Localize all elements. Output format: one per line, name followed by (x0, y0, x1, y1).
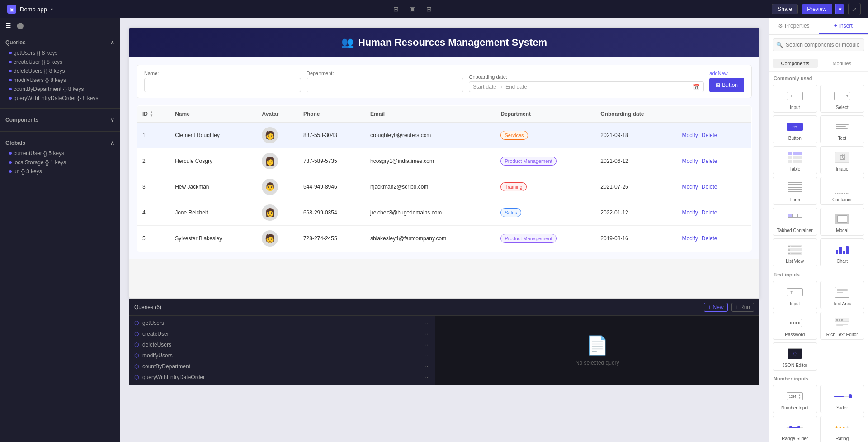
sidebar-item-querywithentry[interactable]: queryWithEntryDateOrder {} 8 keys (5, 94, 114, 103)
cell-id: 2 (137, 148, 170, 174)
sidebar-menu-icon[interactable]: ☰ (5, 22, 11, 29)
filter-date-range[interactable]: Start date → End date 📅 (469, 81, 704, 92)
component-rating[interactable]: ★ ★ ★ ★ Rating (820, 416, 865, 442)
layout-btn-3[interactable]: ⊟ (425, 4, 434, 14)
divider2 (0, 131, 120, 132)
component-container[interactable]: Container (820, 177, 865, 205)
dept-badge: Product Management (500, 234, 556, 243)
modify-link[interactable]: Modify (682, 235, 698, 242)
new-query-button[interactable]: + New (704, 303, 727, 312)
component-table[interactable]: Table (773, 146, 817, 174)
insert-label: Insert (839, 23, 853, 29)
query-more-icon[interactable]: ··· (425, 320, 429, 326)
query-item-getusers[interactable]: ⬡getUsers ··· (129, 318, 435, 328)
filter-name-input[interactable] (144, 78, 301, 92)
query-more-icon[interactable]: ··· (425, 363, 429, 370)
preview-dropdown-button[interactable]: ▾ (835, 4, 844, 14)
component-text[interactable]: Text (820, 115, 865, 143)
globals-header[interactable]: Globals ∧ (5, 137, 114, 149)
layout-btn-1[interactable]: ⊞ (392, 4, 401, 14)
query-more-icon[interactable]: ··· (425, 374, 429, 380)
table-row[interactable]: 5 Sylvester Blakesley 🧑 728-274-2455 sbl… (137, 226, 752, 252)
query-item-countbydept[interactable]: ⬡countByDepartment ··· (129, 361, 435, 372)
cell-date: 2019-08-16 (595, 226, 676, 252)
table-row[interactable]: 1 Clement Roughley 🧑 887-558-3043 crough… (137, 123, 752, 148)
sidebar-item-currentuser[interactable]: currentUser {} 5 keys (5, 149, 114, 158)
component-text-input[interactable]: T Input (773, 281, 817, 309)
modify-link[interactable]: Modify (682, 209, 698, 216)
sidebar-item-deleteusers[interactable]: deleteUsers {} 8 keys (5, 67, 114, 76)
filter-department-select[interactable] (307, 78, 463, 92)
col-name: Name (170, 106, 256, 123)
query-more-icon[interactable]: ··· (425, 331, 429, 337)
queries-header[interactable]: Queries ∧ (5, 37, 114, 48)
component-slider[interactable]: Slider (820, 385, 865, 413)
text-input-label: Input (776, 301, 814, 307)
layout-btn-2[interactable]: ▣ (408, 4, 417, 14)
sidebar-item-modifyusers[interactable]: modifyUsers {} 8 keys (5, 76, 114, 85)
component-list-view[interactable]: List View (773, 238, 817, 266)
component-modal[interactable]: Modal (820, 208, 865, 236)
component-number-input[interactable]: 1234 ▲▼ Number Input (773, 385, 817, 413)
search-input[interactable] (773, 38, 864, 51)
table-row[interactable]: 4 Jone Reichelt 👩 668-299-0354 jreichelt… (137, 200, 752, 226)
component-json-editor[interactable]: {} JSON Editor (773, 342, 817, 371)
query-more-icon[interactable]: ··· (425, 342, 429, 348)
component-chart[interactable]: Chart (820, 238, 865, 266)
delete-link[interactable]: Delete (702, 184, 717, 190)
avatar: 👩 (262, 153, 278, 169)
tab-components[interactable]: Components (773, 59, 818, 68)
delete-link[interactable]: Delete (702, 209, 717, 216)
text-inputs-title: Text inputs (773, 272, 864, 277)
query-item-deleteusers[interactable]: ⬡deleteUsers ··· (129, 339, 435, 350)
component-rich-text[interactable]: Rich Text Editor (820, 312, 865, 340)
cell-dept: Services (495, 123, 595, 148)
sidebar-item-url[interactable]: url {} 3 keys (5, 167, 114, 176)
component-password[interactable]: Password (773, 312, 817, 340)
component-select[interactable]: ▾ Select (820, 85, 865, 113)
sidebar-item-localstorage[interactable]: localStorage {} 1 keys (5, 158, 114, 167)
add-button[interactable]: ⊞ Button (709, 78, 744, 92)
component-input[interactable]: T Input (773, 85, 817, 113)
sidebar-dot-icon[interactable]: ⬤ (17, 22, 24, 29)
delete-link[interactable]: Delete (702, 235, 717, 242)
properties-icon: ⚙ (778, 23, 783, 29)
query-more-icon[interactable]: ··· (425, 352, 429, 359)
tab-properties[interactable]: ⚙ Properties (769, 18, 819, 34)
share-button[interactable]: Share (772, 4, 798, 14)
modify-link[interactable]: Modify (682, 132, 698, 138)
queries-title: Queries (5, 39, 26, 46)
table-row[interactable]: 3 Hew Jackman 👨 544-949-8946 hjackman2@s… (137, 174, 752, 200)
range-slider-icon (776, 420, 814, 434)
modify-link[interactable]: Modify (682, 158, 698, 164)
query-item-modifyusers[interactable]: ⬡modifyUsers ··· (129, 350, 435, 361)
query-item-querywithentry[interactable]: ⬡queryWithEntryDateOrder ··· (129, 372, 435, 383)
component-range-slider[interactable]: Range Slider (773, 416, 817, 442)
tab-insert[interactable]: + Insert (819, 18, 868, 34)
preview-button[interactable]: Preview (802, 4, 832, 14)
component-textarea[interactable]: Text Area (820, 281, 865, 309)
sidebar-item-getusers[interactable]: getUsers {} 8 keys (5, 48, 114, 57)
cell-dept: Product Management (495, 226, 595, 252)
component-form[interactable]: Form (773, 177, 817, 205)
components-header[interactable]: Components ∨ (5, 114, 114, 126)
sidebar-item-countbydepartment[interactable]: countByDepartment {} 8 keys (5, 85, 114, 94)
modify-link[interactable]: Modify (682, 184, 698, 190)
delete-link[interactable]: Delete (702, 132, 717, 138)
delete-link[interactable]: Delete (702, 158, 717, 164)
app-dropdown-icon[interactable]: ▾ (51, 7, 53, 12)
app-body: Name: Department: Onboarding date: Start… (129, 57, 759, 259)
input-icon: T (776, 89, 814, 103)
global-name: currentUser {} 5 keys (14, 150, 64, 157)
main-layout: ☰ ⬤ Queries ∧ getUsers {} 8 keys createU… (0, 18, 868, 442)
query-item-createuser[interactable]: ⬡createUser ··· (129, 328, 435, 339)
table-row[interactable]: 2 Hercule Cosgry 👩 787-589-5735 hcosgry1… (137, 148, 752, 174)
run-button[interactable]: + Run (731, 303, 754, 312)
expand-button[interactable]: ⤢ (848, 3, 861, 15)
tab-modules[interactable]: Modules (820, 59, 865, 68)
sort-icon[interactable]: ▲▼ (150, 110, 153, 118)
component-button[interactable]: Btn Button (773, 115, 817, 143)
component-image[interactable]: 🖼 Image (820, 146, 865, 174)
sidebar-item-createuser[interactable]: createUser {} 8 keys (5, 57, 114, 67)
component-tabbed-container[interactable]: Tabbed Container (773, 208, 817, 236)
